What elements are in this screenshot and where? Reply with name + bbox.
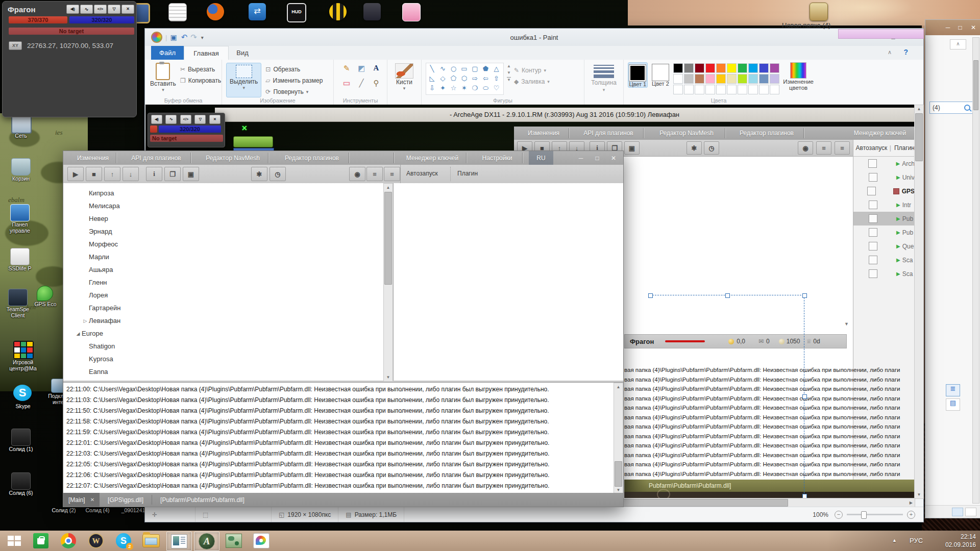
explorer-maximize-button[interactable]: □ xyxy=(954,22,966,33)
autostart-checkbox[interactable] xyxy=(868,159,877,168)
palette-color[interactable] xyxy=(673,74,683,84)
skype-desktop-icon[interactable]: S xyxy=(13,385,32,401)
autostart-checkbox[interactable] xyxy=(867,187,876,195)
control-panel-icon[interactable] xyxy=(10,204,30,221)
collapse-icon[interactable]: ▽ xyxy=(108,5,120,14)
server-item[interactable]: Shatigon xyxy=(63,340,393,353)
palette-color[interactable] xyxy=(727,63,737,73)
plugin-row[interactable]: ▶Pub xyxy=(853,212,914,226)
shape-icon[interactable]: ◺ xyxy=(427,74,437,83)
autostart-checkbox[interactable] xyxy=(869,214,877,223)
server-item[interactable]: Гартарейн xyxy=(63,302,393,314)
server-item[interactable]: Гленн xyxy=(63,276,393,289)
palette-color[interactable] xyxy=(684,85,694,94)
plugin-row[interactable]: ▶Que xyxy=(853,239,914,253)
move-down-button[interactable]: ↓ xyxy=(122,167,139,181)
zoom-out-icon[interactable]: − xyxy=(835,511,843,519)
zoom-in-icon[interactable]: + xyxy=(907,511,915,519)
palette-color[interactable] xyxy=(705,63,715,73)
server-item[interactable]: Кипроза xyxy=(63,187,393,199)
hud-app-icon[interactable]: HUD xyxy=(287,3,306,22)
plugin-row[interactable]: ▶Sca xyxy=(853,267,914,281)
palette-color[interactable] xyxy=(684,63,694,73)
character-row[interactable]: Фрагон 0,0 ✉ 0 1050 ♕ 0d xyxy=(624,334,847,348)
bottom-tab-pubfarm[interactable]: [Pubfarm\Pubfarm\Pubfarm.dll] xyxy=(152,493,253,507)
shapes-scroll-down-icon[interactable]: ▼ xyxy=(507,70,511,75)
tab-plugin-api[interactable]: API для плагинов xyxy=(124,151,189,165)
taskbar-store[interactable] xyxy=(29,532,53,550)
shape-icon[interactable]: ⇨ xyxy=(470,74,480,83)
palette-color[interactable] xyxy=(695,74,704,84)
palette-color[interactable] xyxy=(770,63,779,73)
wave-icon[interactable]: ∿ xyxy=(165,115,177,124)
color2-button[interactable]: Цвет 2 xyxy=(651,62,670,87)
ribbon-collapse-icon[interactable]: ∧ xyxy=(888,49,892,56)
schedule-button[interactable]: ◷ xyxy=(704,141,719,155)
move-up-button[interactable]: ↑ xyxy=(104,167,120,181)
tab-plugin-editor[interactable]: Редактор плагинов xyxy=(730,127,803,140)
code-icon[interactable]: </> xyxy=(180,115,191,124)
palette-color[interactable] xyxy=(759,74,769,84)
shapes-scroll-up-icon[interactable]: ▲ xyxy=(507,64,511,68)
palette-color[interactable] xyxy=(748,63,758,73)
zoom-slider[interactable] xyxy=(847,514,903,515)
explorer-status-view-icon[interactable] xyxy=(952,508,963,516)
taskbar-archeage[interactable]: A xyxy=(194,532,219,551)
palette-color[interactable] xyxy=(716,74,726,84)
info-button[interactable]: i xyxy=(146,167,162,181)
shape-icon[interactable]: ⬟ xyxy=(481,64,491,73)
autostart-checkbox[interactable] xyxy=(869,173,877,182)
collapse-icon[interactable]: ▽ xyxy=(194,115,206,124)
desktop-icon-label[interactable]: Корзин xyxy=(3,176,39,182)
plugin-row[interactable]: ▶Sca xyxy=(853,253,914,267)
palette-color[interactable] xyxy=(684,74,694,84)
plugin-row[interactable]: GPS xyxy=(853,184,914,198)
text-tool-icon[interactable]: A xyxy=(370,64,383,77)
server-item[interactable]: Мелисара xyxy=(63,199,393,212)
outline-button[interactable]: ✎Контур▾ xyxy=(514,65,550,76)
explorer-ribbon-collapse[interactable]: ∧ xyxy=(950,39,966,49)
shape-icon[interactable]: ✦ xyxy=(438,84,448,92)
game-center-icon[interactable] xyxy=(13,341,34,359)
desktop-icon-label[interactable]: Солид (1) xyxy=(3,446,39,452)
xy-button[interactable]: XY xyxy=(9,41,22,50)
pencil-icon[interactable]: ✎ xyxy=(340,64,353,77)
selection-handle[interactable] xyxy=(802,293,807,298)
bot-maximize-button[interactable]: □ xyxy=(590,151,604,165)
palette-color[interactable] xyxy=(770,85,779,94)
shape-icon[interactable]: ⇧ xyxy=(492,74,501,83)
taskbar-clock[interactable]: 22:14 02.09.2016 xyxy=(934,533,976,549)
magnifier-icon[interactable]: ⚲ xyxy=(370,79,383,92)
thickness-button[interactable]: Толщина ▾ xyxy=(584,60,623,92)
tree-scrollbar[interactable]: ▲ ▼ xyxy=(383,183,393,382)
solid6-icon[interactable] xyxy=(11,472,31,490)
tree-arrow-icon[interactable]: ▷ xyxy=(82,318,89,323)
palette-color[interactable] xyxy=(738,63,747,73)
shape-icon[interactable]: ⇩ xyxy=(427,84,437,92)
palette-color[interactable] xyxy=(705,85,715,94)
tab-changes[interactable]: Изменения xyxy=(71,151,114,165)
shape-icon[interactable]: ✶ xyxy=(459,84,469,92)
rotate-button[interactable]: ⟳Повернуть▾ xyxy=(265,86,323,97)
fill-button[interactable]: ◆Заливка▾ xyxy=(514,76,550,87)
server-item[interactable]: Eanna xyxy=(63,365,393,378)
palette-color[interactable] xyxy=(748,74,758,84)
shape-icon[interactable]: ∿ xyxy=(438,64,448,73)
shape-icon[interactable]: ❍ xyxy=(470,84,480,92)
desktop-icon-label[interactable]: Skype xyxy=(5,403,41,409)
shape-icon[interactable]: ☆ xyxy=(449,84,458,92)
selection-handle[interactable] xyxy=(648,293,653,298)
cut-button[interactable]: ✂Вырезать xyxy=(180,64,221,75)
start-button[interactable] xyxy=(2,532,27,550)
shape-icon[interactable]: ♡ xyxy=(492,84,501,92)
autostart-checkbox[interactable] xyxy=(869,228,877,237)
paint-titlebar[interactable]: | ▣ ↶ ↷ ▾ ошибка1 - Paint ─ □ ✕ xyxy=(145,29,923,46)
plugin-row[interactable]: ▶Pub xyxy=(853,226,914,239)
desktop-icon-label[interactable]: Игровой центр@Ма xyxy=(5,359,41,371)
schedule-button[interactable]: ◷ xyxy=(270,167,286,181)
shape-icon[interactable]: △ xyxy=(492,64,501,73)
code-icon[interactable]: </> xyxy=(94,5,107,14)
palette-color[interactable] xyxy=(673,63,683,73)
palette-color[interactable] xyxy=(716,63,726,73)
ssdlife-icon[interactable] xyxy=(10,248,30,265)
